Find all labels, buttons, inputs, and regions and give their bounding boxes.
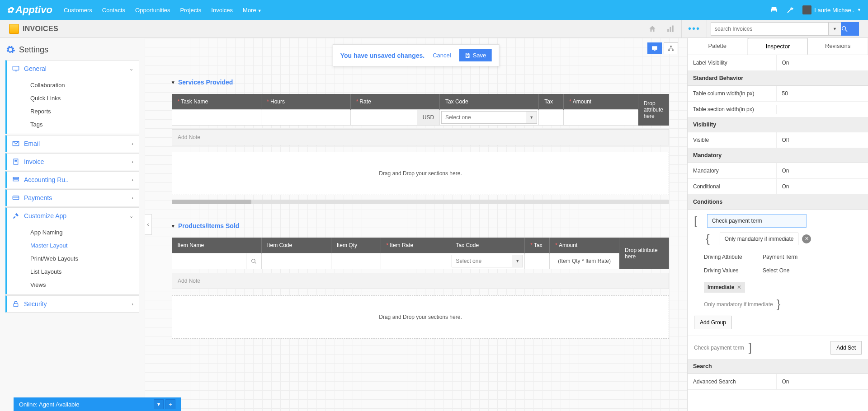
prop-label: Label Visibility <box>688 55 776 70</box>
prop-value-adv-search[interactable]: On <box>776 374 868 389</box>
chat-minimize-button[interactable]: ▾ <box>154 399 164 409</box>
save-button[interactable]: Save <box>459 49 492 61</box>
prop-value-visible[interactable]: Off <box>776 132 868 148</box>
horizontal-scrollbar[interactable] <box>172 200 669 204</box>
nav-customers[interactable]: Customers <box>64 7 92 14</box>
search-button[interactable] <box>841 22 859 36</box>
section-dropzone[interactable]: Drag and Drop your sections here. <box>172 152 669 195</box>
tab-palette[interactable]: Palette <box>688 38 748 55</box>
prop-value-mandatory[interactable]: On <box>776 163 868 178</box>
drop-attribute-zone[interactable]: Drop attribute here <box>619 238 669 269</box>
condition-set: [ { Only mandatory if immediate ✕ Drivin… <box>688 210 868 336</box>
prop-value-sec-width[interactable] <box>776 105 868 114</box>
driving-attribute-value[interactable]: Payment Term <box>763 254 797 260</box>
brand-logo[interactable]: Apptivo <box>7 4 52 16</box>
card-icon <box>12 194 19 201</box>
settings-heading: Settings <box>5 45 139 55</box>
add-set-button[interactable]: Add Set <box>830 341 862 355</box>
sidebar-sub-quick-links[interactable]: Quick Links <box>7 92 139 105</box>
note-input[interactable]: Add Note <box>172 129 669 145</box>
more-actions-icon[interactable]: ••• <box>681 20 707 38</box>
sidebar-item-customize[interactable]: Customize App ⌄ <box>7 208 139 224</box>
prop-value-label-visibility[interactable]: On <box>776 55 868 70</box>
avatar-icon <box>802 5 811 14</box>
svg-rect-3 <box>667 29 669 32</box>
remove-chip-icon[interactable]: ✕ <box>737 284 741 290</box>
nav-projects[interactable]: Projects <box>180 7 201 14</box>
nav-opportunities[interactable]: Opportunities <box>135 7 170 14</box>
chat-new-button[interactable]: ＋ <box>165 399 175 409</box>
sidebar-sub-collaboration[interactable]: Collaboration <box>7 79 139 92</box>
nav-contacts[interactable]: Contacts <box>102 7 125 14</box>
chart-icon[interactable] <box>663 22 678 36</box>
tab-inspector[interactable]: Inspector <box>748 38 808 55</box>
svg-point-24 <box>251 259 255 262</box>
search-icon[interactable] <box>246 253 261 269</box>
mail-icon <box>12 140 19 147</box>
prop-label: Visible <box>688 132 776 148</box>
tax-code-select[interactable]: Select one▼ <box>441 111 537 124</box>
value-chip-immediate[interactable]: Immediate✕ <box>704 282 745 293</box>
sidebar-item-accounting[interactable]: Accounting Ru.. › <box>7 172 139 188</box>
search-scope-dropdown[interactable]: ▼ <box>828 22 841 36</box>
note-input[interactable]: Add Note <box>172 273 669 289</box>
group-conditions: Conditions <box>688 195 868 210</box>
svg-rect-8 <box>13 66 19 70</box>
add-set-prefix: Check payment term <box>694 345 744 351</box>
sidebar-sub-app-naming[interactable]: App Naming <box>7 226 139 239</box>
nav-more[interactable]: More▼ <box>243 7 262 14</box>
sidebar-item-payments[interactable]: Payments › <box>7 190 139 206</box>
user-menu[interactable]: Laurie Michae.. ▼ <box>802 5 861 14</box>
top-bar: Apptivo Customers Contacts Opportunities… <box>0 0 868 20</box>
document-icon <box>12 158 19 165</box>
driving-values-select[interactable]: Select One <box>763 267 789 274</box>
section-services-provided[interactable]: Services Provided *Task Name *Hours *Rat… <box>172 79 669 204</box>
layout-canvas[interactable]: Services Provided *Task Name *Hours *Rat… <box>145 38 687 411</box>
prop-label: Advanced Search <box>688 374 776 389</box>
sidebar-item-security[interactable]: Security › <box>7 296 139 312</box>
tab-revisions[interactable]: Revisions <box>808 38 868 55</box>
sidebar-sub-views[interactable]: Views <box>7 278 139 291</box>
prop-value-conditional[interactable]: On <box>776 179 868 194</box>
svg-rect-21 <box>670 46 672 47</box>
page-title: INVOICES <box>23 25 58 33</box>
condition-name-input[interactable] <box>707 214 807 228</box>
sidebar-sub-print-web[interactable]: Print/Web Layouts <box>7 252 139 265</box>
sidebar-sub-tags[interactable]: Tags <box>7 118 139 131</box>
condition-desc-field[interactable]: Only mandatory if immediate <box>720 233 799 245</box>
tax-code-select[interactable]: Select one▼ <box>452 255 523 267</box>
svg-rect-4 <box>670 27 671 32</box>
structure-view-button[interactable] <box>664 42 678 54</box>
prop-label: Table column width(in px) <box>688 86 776 101</box>
sidebar-label-accounting: Accounting Ru.. <box>24 176 69 183</box>
drop-attribute-zone[interactable]: Drop attribute here <box>638 94 669 126</box>
unsaved-message: You have unsaved changes. <box>340 52 425 59</box>
search-input[interactable] <box>711 22 828 36</box>
printer-icon[interactable] <box>770 6 778 14</box>
table-row[interactable]: USD Select one▼ <box>172 110 669 126</box>
sidebar-sub-list-layouts[interactable]: List Layouts <box>7 265 139 278</box>
add-group-button[interactable]: Add Group <box>694 316 732 329</box>
chevron-right-icon: › <box>132 301 133 307</box>
table-row[interactable]: Select one▼ (Item Qty * Item Rate) <box>172 253 669 269</box>
prop-value-col-width[interactable]: 50 <box>776 86 868 101</box>
nav-invoices[interactable]: Invoices <box>211 7 233 14</box>
desktop-view-button[interactable] <box>647 42 662 54</box>
section-title[interactable]: Products/Items Sold <box>172 222 669 229</box>
wrench-icon[interactable] <box>786 6 794 14</box>
chat-status-bar[interactable]: Online: Agent Available ▾ ＋ <box>14 397 181 411</box>
sidebar-item-general[interactable]: General ⌄ <box>7 61 139 77</box>
cancel-button[interactable]: Cancel <box>433 52 451 59</box>
sidebar-collapse-toggle[interactable]: ‹ <box>145 214 152 235</box>
section-products-sold[interactable]: Products/Items Sold Item Name Item Code … <box>172 222 669 339</box>
home-icon[interactable] <box>645 22 660 36</box>
chevron-down-icon: ⌄ <box>129 213 133 219</box>
remove-condition-button[interactable]: ✕ <box>802 234 811 243</box>
section-title[interactable]: Services Provided <box>172 79 669 86</box>
sidebar-sub-master-layout[interactable]: Master Layout <box>7 239 139 252</box>
sidebar-sub-reports[interactable]: Reports <box>7 105 139 118</box>
section-dropzone[interactable]: Drag and Drop your sections here. <box>172 295 669 339</box>
sidebar-item-email[interactable]: Email › <box>7 135 139 152</box>
sidebar-item-invoice[interactable]: Invoice › <box>7 154 139 170</box>
svg-rect-22 <box>668 49 670 51</box>
